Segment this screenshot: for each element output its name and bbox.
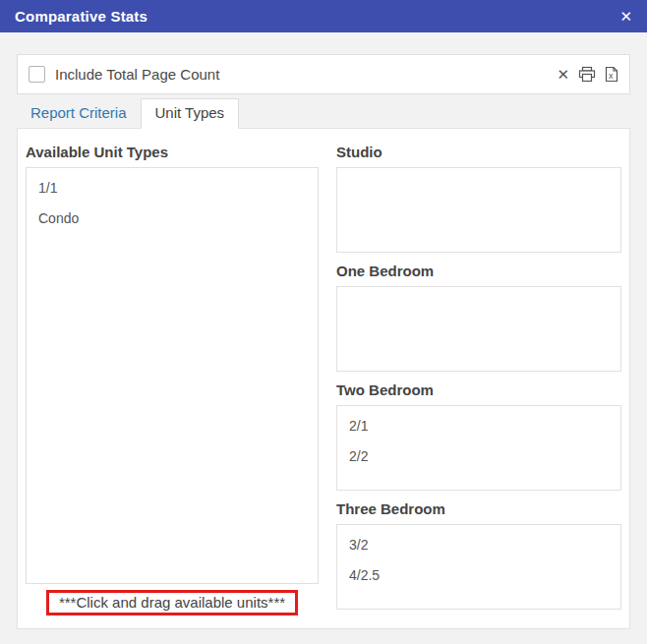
three-bedroom-label: Three Bedroom: [336, 499, 621, 518]
list-item[interactable]: 2/1: [337, 411, 620, 441]
dialog-body: Include Total Page Count ✕ x Report Crit…: [17, 54, 630, 629]
list-item[interactable]: 4/2.5: [337, 560, 620, 591]
list-item[interactable]: Condo: [27, 204, 318, 234]
window-titlebar: Comparative Stats ✕: [0, 0, 647, 32]
one-bedroom-dropzone[interactable]: [336, 286, 621, 372]
studio-label: Studio: [336, 143, 621, 161]
drag-instruction-note: ***Click and drag available units***: [46, 590, 298, 615]
list-item[interactable]: 1/1: [27, 173, 318, 204]
available-unit-types-column: Available Unit Types 1/1 Condo ***Click …: [26, 142, 319, 616]
include-total-page-count-checkbox[interactable]: [29, 66, 45, 83]
list-item[interactable]: 3/2: [337, 530, 620, 560]
close-icon[interactable]: ✕: [619, 9, 632, 24]
three-bedroom-section: Three Bedroom 3/2 4/2.5: [336, 499, 621, 610]
studio-section: Studio: [336, 143, 621, 253]
checkbox-label: Include Total Page Count: [55, 66, 219, 83]
print-icon[interactable]: [578, 66, 596, 83]
tab-unit-types[interactable]: Unit Types: [141, 98, 240, 129]
list-item[interactable]: 2/2: [337, 441, 620, 472]
available-unit-types-label: Available Unit Types: [26, 143, 319, 161]
three-bedroom-dropzone[interactable]: 3/2 4/2.5: [336, 524, 621, 610]
two-bedroom-dropzone[interactable]: 2/1 2/2: [336, 405, 621, 491]
excel-export-icon[interactable]: x: [605, 66, 618, 83]
window-title: Comparative Stats: [15, 8, 147, 25]
studio-dropzone[interactable]: [336, 167, 621, 253]
options-toolbar: Include Total Page Count ✕ x: [17, 54, 630, 94]
unit-category-column: Studio One Bedroom Two Bedroom 2/1 2/2 T…: [336, 142, 621, 616]
clear-icon[interactable]: ✕: [557, 67, 569, 82]
unit-types-tab-panel: Available Unit Types 1/1 Condo ***Click …: [17, 128, 630, 629]
one-bedroom-section: One Bedroom: [336, 262, 621, 372]
available-unit-types-listbox[interactable]: 1/1 Condo: [26, 167, 319, 584]
one-bedroom-label: One Bedroom: [336, 262, 621, 280]
svg-text:x: x: [609, 71, 614, 81]
tabstrip: Report Criteria Unit Types: [17, 98, 630, 128]
two-bedroom-section: Two Bedroom 2/1 2/2: [336, 381, 621, 491]
toolbar-icon-group: ✕ x: [557, 66, 618, 83]
two-bedroom-label: Two Bedroom: [336, 381, 621, 399]
tab-report-criteria[interactable]: Report Criteria: [17, 99, 141, 128]
